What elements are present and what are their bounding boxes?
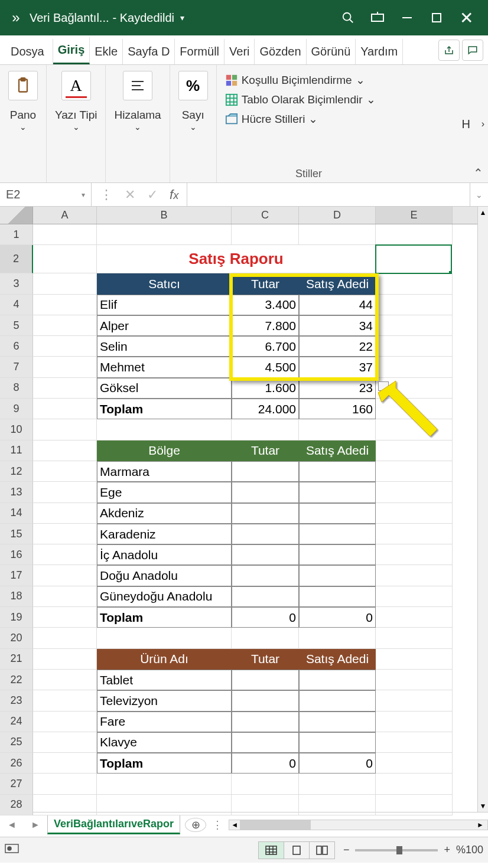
cell-B1[interactable] <box>97 224 232 245</box>
cell-D22[interactable] <box>299 670 376 690</box>
row-header[interactable]: 3 <box>0 273 33 294</box>
cell-A25[interactable] <box>33 732 97 753</box>
row-header[interactable]: 13 <box>0 482 33 502</box>
cell-D6[interactable]: 22 <box>299 336 376 357</box>
cell-E17[interactable] <box>376 565 453 586</box>
tab-view[interactable]: Görünü <box>307 39 356 64</box>
zoom-in-button[interactable]: + <box>444 844 450 856</box>
cell-E23[interactable] <box>376 690 453 711</box>
scroll-down-icon[interactable]: ▼ <box>478 800 488 812</box>
cancel-fx-icon[interactable]: ✕ <box>125 187 135 203</box>
cell-E13[interactable] <box>376 482 453 502</box>
vertical-scrollbar[interactable]: ▲ ▼ <box>477 207 488 812</box>
collapse-ribbon-icon[interactable]: ⌃ <box>473 166 483 180</box>
spreadsheet-grid[interactable]: A B C D E 12Satış Raporu3SatıcıTutarSatı… <box>0 207 488 812</box>
sheet-nav-next[interactable]: ► <box>24 820 47 830</box>
cell-D24[interactable] <box>299 712 376 732</box>
cell-C9[interactable]: 24.000 <box>232 399 299 419</box>
cell-D10[interactable] <box>299 419 376 440</box>
fx-icon[interactable]: fx <box>170 187 178 203</box>
cell-B13[interactable]: Ege <box>97 482 232 502</box>
cell-D12[interactable] <box>299 461 376 482</box>
cell-C17[interactable] <box>232 565 299 586</box>
expand-formula-bar-icon[interactable]: ⌄ <box>470 190 488 200</box>
cell-B14[interactable]: Akdeniz <box>97 503 232 524</box>
cell-E14[interactable] <box>376 503 453 524</box>
row-header[interactable]: 1 <box>0 224 33 245</box>
row-header[interactable]: 23 <box>0 690 33 711</box>
cell-B3[interactable]: Satıcı <box>97 273 232 294</box>
cell-E12[interactable] <box>376 461 453 482</box>
cell-A8[interactable] <box>33 378 97 399</box>
row-header[interactable]: 5 <box>0 315 33 336</box>
cell-C22[interactable] <box>232 670 299 690</box>
cell-A5[interactable] <box>33 315 97 336</box>
col-header-D[interactable]: D <box>299 207 376 224</box>
name-box[interactable]: E2▾ <box>0 183 92 207</box>
cell-B28[interactable] <box>97 795 232 815</box>
row-header[interactable]: 2 <box>0 245 33 273</box>
row-header[interactable]: 26 <box>0 753 33 774</box>
cell-C25[interactable] <box>232 732 299 753</box>
cell-A3[interactable] <box>33 273 97 294</box>
share-button[interactable] <box>438 40 460 61</box>
cell-E28[interactable] <box>376 795 453 815</box>
cell-D11[interactable]: Satış Adedi <box>299 440 376 461</box>
row-header[interactable]: 17 <box>0 565 33 586</box>
cell-C7[interactable]: 4.500 <box>232 357 299 377</box>
cell-C4[interactable]: 3.400 <box>232 295 299 315</box>
cell-C6[interactable]: 6.700 <box>232 336 299 357</box>
cell-B18[interactable]: Güneydoğu Anadolu <box>97 586 232 607</box>
cell-D26[interactable]: 0 <box>299 753 376 774</box>
cell-B25[interactable]: Klavye <box>97 732 232 753</box>
cell-A4[interactable] <box>33 295 97 315</box>
cell-E16[interactable] <box>376 544 453 565</box>
cell-B10[interactable] <box>97 419 232 440</box>
cell-D15[interactable] <box>299 524 376 544</box>
cell-A26[interactable] <box>33 753 97 774</box>
cell-B19[interactable]: Toplam <box>97 607 232 628</box>
col-header-C[interactable]: C <box>232 207 299 224</box>
cell-E15[interactable] <box>376 524 453 544</box>
cell-D1[interactable] <box>299 224 376 245</box>
cell-A23[interactable] <box>33 690 97 711</box>
cell-D7[interactable]: 37 <box>299 357 376 377</box>
cell-D3[interactable]: Satış Adedi <box>299 273 376 294</box>
cell-B26[interactable]: Toplam <box>97 753 232 774</box>
cell-C15[interactable] <box>232 524 299 544</box>
paste-button[interactable] <box>8 71 38 100</box>
cell-A9[interactable] <box>33 399 97 419</box>
cell-E6[interactable] <box>376 336 453 357</box>
cell-E10[interactable] <box>376 419 453 440</box>
cell-A17[interactable] <box>33 565 97 586</box>
cell-C24[interactable] <box>232 712 299 732</box>
more-commands-icon[interactable]: » <box>7 9 25 26</box>
cell-E2-selected[interactable] <box>375 244 452 274</box>
tab-data[interactable]: Veri <box>225 39 255 64</box>
row-header[interactable]: 4 <box>0 295 33 315</box>
record-macro-icon[interactable] <box>5 843 19 857</box>
cell-C27[interactable] <box>232 774 299 794</box>
cell-D19[interactable]: 0 <box>299 607 376 628</box>
cell-E4[interactable] <box>376 295 453 315</box>
cell-D25[interactable] <box>299 732 376 753</box>
ribbon-overflow-icon[interactable]: › <box>482 119 484 129</box>
cell-A6[interactable] <box>33 336 97 357</box>
more-sheet-icon[interactable]: ⋮ <box>212 818 223 831</box>
cell-C20[interactable] <box>232 628 299 648</box>
cell-B16[interactable]: İç Anadolu <box>97 544 232 565</box>
cell-A20[interactable] <box>33 628 97 648</box>
tab-file[interactable]: Dosya <box>5 39 53 64</box>
cell-C12[interactable] <box>232 461 299 482</box>
cell-B27[interactable] <box>97 774 232 794</box>
cell-D16[interactable] <box>299 544 376 565</box>
cell-B8[interactable]: Göksel <box>97 378 232 399</box>
row-header[interactable]: 7 <box>0 357 33 377</box>
more-fx-icon[interactable]: ⋮ <box>100 187 113 203</box>
search-icon[interactable] <box>333 6 363 30</box>
tab-formulas[interactable]: Formüll <box>175 39 225 64</box>
tab-insert[interactable]: Ekle <box>90 39 123 64</box>
cell-C10[interactable] <box>232 419 299 440</box>
select-all-cell[interactable] <box>0 207 33 224</box>
cell-C16[interactable] <box>232 544 299 565</box>
